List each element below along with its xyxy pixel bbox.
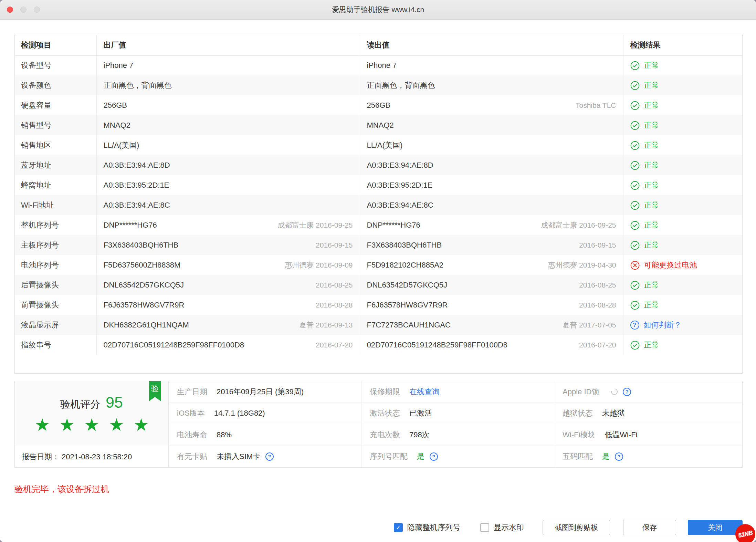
read-subvalue: Toshiba TLC [576,101,616,110]
result-text: 正常 [644,120,659,131]
row-item-label: 前置摄像头 [15,295,96,315]
read-subvalue: 2016-08-28 [579,301,616,309]
factory-value: DNP******HG76 [104,221,157,230]
factory-value-cell: MNAQ2 [96,115,360,135]
factory-value-cell: F3X638403BQH6THB2016-09-15 [96,235,360,255]
x-circle-icon [630,261,640,270]
read-value-cell: DNL63542D57GKCQ5J2016-08-25 [360,275,623,295]
factory-value-cell: DKH6382G61QH1NQAM夏普 2016-09-13 [96,315,360,335]
summary-cell: Wi-Fi模块低温Wi-Fi [554,424,742,446]
result-cell: 正常 [623,215,742,235]
factory-value-cell: F5D6375600ZH8838M惠州德赛 2016-09-09 [96,255,360,275]
summary-label: 电池寿命 [177,430,207,440]
read-value: LL/A(美国) [367,140,403,150]
read-subvalue: 2016-08-25 [579,281,616,289]
summary-label: 充电次数 [370,430,400,440]
check-circle-icon [630,301,640,310]
help-icon[interactable]: ? [430,452,438,461]
result-text: 正常 [644,140,659,150]
check-circle-icon [630,181,640,190]
factory-subvalue: 成都富士康 2016-09-25 [277,220,353,230]
minimize-window-icon[interactable] [20,7,27,13]
read-value: F7C7273BCAUH1NGAC [367,321,451,330]
help-icon[interactable]: ? [615,452,623,461]
table-row: 蜂窝地址A0:3B:E3:95:2D:1EA0:3B:E3:95:2D:1E正常 [15,175,742,195]
table-row: 设备颜色正面黑色，背面黑色正面黑色，背面黑色正常 [15,75,742,95]
watermark-label[interactable]: 显示水印 [494,522,524,533]
verified-ribbon-icon: 验 [149,381,161,401]
help-icon[interactable]: ? [623,388,631,396]
factory-value: A0:3B:E3:94:AE:8C [104,201,170,210]
result-text: 正常 [644,160,659,170]
result-text[interactable]: 如何判断？ [644,320,682,330]
factory-value: DNL63542D57GKCQ5J [104,281,184,290]
read-value-cell: DNP******HG76成都富士康 2016-09-25 [360,215,623,235]
factory-subvalue: 2016-09-15 [316,241,353,249]
row-item-label: 整机序列号 [15,215,96,235]
result-text: 正常 [644,80,659,91]
watermark-group: 显示水印 [480,522,524,533]
score-area: 验 验机评分 95 ★★★★★ [15,381,168,446]
summary-label: Wi-Fi模块 [563,430,595,440]
help-icon[interactable]: ? [265,452,274,461]
close-window-icon[interactable] [7,7,13,13]
factory-value: 256GB [104,101,127,110]
read-value: A0:3B:E3:94:AE:8D [367,161,433,170]
row-item-label: 指纹串号 [15,335,96,355]
read-value-cell: 256GBToshiba TLC [360,95,623,115]
screenshot-to-clipboard-button[interactable]: 截图到剪贴板 [543,520,610,535]
summary-label: 五码匹配 [563,451,593,462]
row-item-label: 蜂窝地址 [15,175,96,195]
result-text: 正常 [644,240,659,250]
report-date-label: 报告日期： [22,452,60,462]
maximize-window-icon[interactable] [34,7,40,13]
factory-subvalue: 2016-07-20 [316,341,353,349]
read-value: 正面黑色，背面黑色 [367,80,435,91]
hide-serial-label[interactable]: 隐藏整机序列号 [407,522,460,533]
read-subvalue: 夏普 2017-07-05 [563,320,616,330]
read-value: F6J63578HW8GV7R9R [367,301,448,310]
report-date-value: 2021-08-23 18:58:20 [62,452,132,461]
result-cell: 正常 [623,335,742,355]
header-read: 读出值 [360,35,623,55]
table-row: 蓝牙地址A0:3B:E3:94:AE:8DA0:3B:E3:94:AE:8D正常 [15,155,742,175]
summary-cell: 保修期限在线查询 [361,381,554,403]
star-rating-icons: ★★★★★ [34,416,158,434]
summary-label: 生产日期 [177,387,207,397]
result-text: 正常 [644,340,659,350]
check-circle-icon [630,341,640,350]
result-cell: 正常 [623,55,742,75]
factory-value: A0:3B:E3:94:AE:8D [104,161,170,170]
summary-cell: iOS版本14.7.1 (18G82) [169,403,361,425]
check-circle-icon [630,241,640,250]
result-cell: 正常 [623,275,742,295]
row-item-label: Wi-Fi地址 [15,195,96,215]
table-row: 前置摄像头F6J63578HW8GV7R9R2016-08-28F6J63578… [15,295,742,315]
result-cell: 正常 [623,235,742,255]
score-label: 验机评分 [60,398,100,411]
check-circle-icon [630,221,640,230]
factory-value-cell: A0:3B:E3:94:AE:8D [96,155,360,175]
summary-value: 未越狱 [602,408,625,418]
watermark-checkbox[interactable] [480,523,489,532]
read-value: iPhone 7 [367,61,397,70]
row-item-label: 设备颜色 [15,75,96,95]
summary-panel: 验 验机评分 95 ★★★★★ 报告日期： 2021-08-23 18:58:2… [14,381,743,468]
read-value: F3X638403BQH6THB [367,241,442,250]
read-value-cell: 02D70716C05191248B259F98FF0100D82016-07-… [360,335,623,355]
read-value: MNAQ2 [367,121,394,130]
factory-value-cell: 02D70716C05191248B259F98FF0100D82016-07-… [96,335,360,355]
factory-value-cell: A0:3B:E3:94:AE:8C [96,195,360,215]
close-button[interactable]: 关闭 [688,520,743,535]
hide-serial-checkbox[interactable]: ✓ [394,523,403,532]
summary-value: 14.7.1 (18G82) [214,409,265,418]
score-panel: 验 验机评分 95 ★★★★★ 报告日期： 2021-08-23 18:58:2… [15,381,169,467]
read-value-cell: A0:3B:E3:94:AE:8D [360,155,623,175]
factory-value-cell: iPhone 7 [96,55,360,75]
report-content: 检测项目 出厂值 读出值 检测结果 设备型号iPhone 7iPhone 7正常… [0,20,756,535]
save-button[interactable]: 保存 [623,520,676,535]
summary-label: iOS版本 [177,408,205,418]
row-item-label: 设备型号 [15,55,96,75]
summary-value[interactable]: 在线查询 [409,387,440,397]
conclusion-text: 验机完毕，该设备拆过机 [14,483,743,495]
